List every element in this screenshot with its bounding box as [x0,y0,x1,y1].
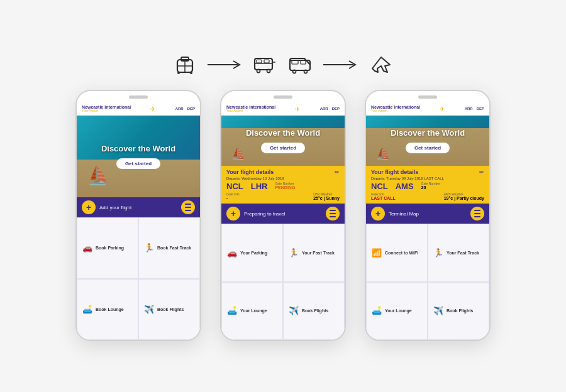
hamburger-line [185,204,191,205]
grid-nav-parking-2[interactable]: 🚗 Your Parking [221,224,283,282]
hero-title-3: Discover the World [391,128,465,138]
phone-1-statusbar [77,91,200,102]
plane-flow-icon [367,51,395,79]
flight-card-edit-2[interactable]: ✏ [335,169,340,175]
grid-nav-lounge-2[interactable]: 🛋️ Your Lounge [221,282,283,340]
fasttrack-icon-2: 🏃 [289,248,299,258]
grid-nav-flights-3[interactable]: ✈️ Book Flights [428,282,489,340]
phone-2: Newcastle International Your Airport ✈ A… [220,90,346,341]
phone-2-grid-nav: 🚗 Your Parking 🏃 Your Fast Track 🛋️ Your… [221,224,345,340]
menu-btn-3[interactable] [470,207,484,220]
brand-logo-3: Newcastle International Your Airport [371,105,420,112]
phone-1-bottom-bar: + Add your flight [77,197,200,217]
grid-label-wifi-3: Connect to WiFi [385,251,418,255]
hero-title-2: Discover the World [246,128,320,138]
flights-icon-1: ✈️ [144,305,154,314]
hero-overlay-3: Discover the World Get started [366,116,489,166]
gate-info-3: Gate Info LAST CALL [371,192,396,200]
phone-2-header: Newcastle International Your Airport ✈ A… [221,102,345,116]
hamburger-line [474,216,480,217]
svg-point-17 [293,70,296,74]
gate-info-col-3: Gate Number 20 [421,182,440,191]
flight-from-3: NCL [371,182,388,191]
svg-point-5 [190,72,192,74]
add-flight-btn-1[interactable]: + [82,200,96,214]
flight-route-2: NCL LHR Gate Number PENDING [226,182,340,191]
plane-icon-3: ✈ [440,106,445,112]
phone-3-flight-card: Your flight details ✏ Departs: Tuesday 0… [366,166,489,204]
menu-btn-1[interactable] [181,200,195,214]
grid-label-lounge-3: Your Lounge [385,308,412,313]
weather-col-2: LHR Weather 25°c | Sunny [313,192,340,200]
flight-card-edit-3[interactable]: ✏ [479,169,484,175]
fasttrack-icon-3: 🏃 [433,248,443,258]
grid-nav-flights-1[interactable]: ✈️ Book Flights [138,279,200,340]
grid-nav-flights-2[interactable]: ✈️ Book Flights [283,282,345,340]
plane-icon-2: ✈ [295,106,300,112]
phone-2-hero: ⛵ Discover the World Get started [221,116,345,166]
arr-tab-3[interactable]: ARR [465,107,473,111]
svg-point-18 [304,70,308,74]
gate-value-3: 20 [421,185,440,190]
hamburger-line [185,210,191,211]
svg-rect-10 [264,60,269,63]
dep-tab-1[interactable]: DEP [187,107,195,111]
dep-tab-3[interactable]: DEP [477,107,484,111]
bus-icon [252,51,279,79]
flight-bottom-2: Gate Info - LHR Weather 25°c | Sunny [226,192,340,200]
phone-3-grid-nav: 📶 Connect to WiFi 🏃 Your Fast Track 🛋️ Y… [366,224,489,340]
header-tabs-2: ARR DEP [320,107,340,111]
brand-sub-1: Your Airport [82,109,131,112]
grid-nav-fasttrack-1[interactable]: 🏃 Book Fast Track [138,217,200,279]
header-tabs-3: ARR DEP [465,107,484,111]
get-started-btn-3[interactable]: Get started [406,143,450,153]
van-icon [287,51,314,79]
flow-icons-row [171,51,395,79]
grid-nav-wifi-3[interactable]: 📶 Connect to WiFi [366,224,428,282]
svg-point-4 [177,72,180,74]
phone-1-header: Newcastle International Your Airport ✈ A… [77,102,200,116]
scene: Newcastle International Your Airport ✈ A… [0,0,566,392]
phone-notch-3 [418,95,437,99]
dep-tab-2[interactable]: DEP [332,107,340,111]
flight-to-3: AMS [396,182,414,191]
flights-icon-3: ✈️ [433,306,443,315]
get-started-btn-2[interactable]: Get started [261,143,305,153]
bottom-label-3: Terminal Map [389,211,467,217]
get-started-btn-1[interactable]: Get started [116,158,160,169]
grid-label-parking-2: Your Parking [240,251,267,255]
menu-btn-2[interactable] [326,207,340,220]
grid-nav-fasttrack-3[interactable]: 🏃 Your Fast Track [428,224,489,282]
phone-3: Newcastle International Your Airport ✈ A… [365,90,491,341]
departs-text-3: Departs: Tuesday 09 July 2019 LAST CALL [371,177,444,180]
arr-tab-2[interactable]: ARR [320,107,328,111]
grid-label-flights-3: Book Flights [447,308,473,313]
phone-2-flight-card: Your flight details ✏ Departs: Wednesday… [221,166,345,204]
flight-departs-2: Departs: Wednesday 10 July 2019 [226,177,340,180]
grid-nav-lounge-3[interactable]: 🛋️ Your Lounge [366,282,428,340]
svg-point-11 [257,70,260,73]
grid-nav-fasttrack-2[interactable]: 🏃 Your Fast Track [283,224,345,282]
add-flight-btn-3[interactable]: + [371,207,385,220]
grid-nav-parking-1[interactable]: 🚗 Book Parking [77,217,138,279]
weather-col-3: AMS Weather 19°c | Partly cloudy [444,192,484,200]
arrow-1-icon [206,58,244,71]
brand-sub-2: Your Airport [226,109,275,112]
hamburger-line [474,213,480,214]
grid-label-flights-1: Book Flights [157,307,184,312]
lounge-icon-2: 🛋️ [227,306,237,315]
grid-nav-lounge-1[interactable]: 🛋️ Book Lounge [77,279,138,340]
phone-3-hero: ⛵ Discover the World Get started [366,116,489,166]
arr-tab-1[interactable]: ARR [175,107,184,111]
gate-info-val-2: - [226,196,240,200]
hero-overlay-1: Discover the World Get started [77,116,200,197]
arrow-2-icon [322,58,360,71]
phone-notch-2 [274,95,292,99]
svg-rect-9 [257,60,262,63]
phone-1-grid-nav: 🚗 Book Parking 🏃 Book Fast Track 🛋️ Book… [77,217,200,340]
flight-card-header-3: Your flight details ✏ [371,169,484,175]
car-icon-1: 🚗 [82,243,92,253]
add-flight-btn-2[interactable]: + [226,207,240,220]
bottom-label-1: Add your flight [99,205,177,210]
flight-to-2: LHR [251,182,268,191]
